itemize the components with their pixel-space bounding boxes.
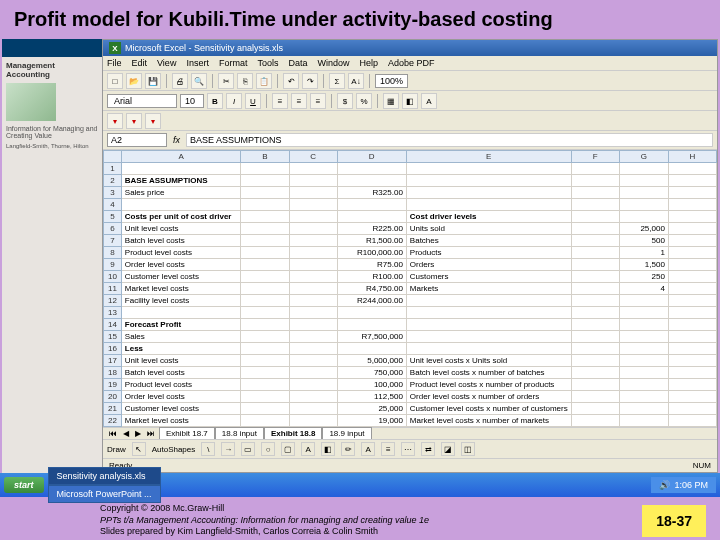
fontsize-dropdown[interactable]: 10: [180, 94, 204, 108]
cell[interactable]: [668, 259, 716, 271]
cell[interactable]: Market level costs: [121, 283, 241, 295]
cell[interactable]: [289, 403, 337, 415]
row-header[interactable]: 18: [104, 367, 122, 379]
cell[interactable]: [668, 175, 716, 187]
select-arrow-icon[interactable]: ↖: [132, 442, 146, 456]
cell[interactable]: [289, 247, 337, 259]
cell[interactable]: [406, 295, 571, 307]
row-header[interactable]: 12: [104, 295, 122, 307]
textbox-icon[interactable]: ▢: [281, 442, 295, 456]
cell[interactable]: [289, 355, 337, 367]
cell[interactable]: 750,000: [337, 367, 406, 379]
cell[interactable]: [289, 319, 337, 331]
borders-icon[interactable]: ▦: [383, 93, 399, 109]
cell[interactable]: Customer level costs: [121, 271, 241, 283]
cell[interactable]: [289, 283, 337, 295]
cell[interactable]: [289, 415, 337, 427]
menu-format[interactable]: Format: [219, 58, 248, 68]
rect-icon[interactable]: ▭: [241, 442, 255, 456]
cell[interactable]: [406, 199, 571, 211]
cell[interactable]: [406, 307, 571, 319]
cell[interactable]: Orders: [406, 259, 571, 271]
cell[interactable]: [241, 271, 289, 283]
row-header[interactable]: 4: [104, 199, 122, 211]
row-header[interactable]: 13: [104, 307, 122, 319]
cell[interactable]: [406, 163, 571, 175]
cell[interactable]: [668, 199, 716, 211]
cell[interactable]: [289, 235, 337, 247]
cell[interactable]: R7,500,000: [337, 331, 406, 343]
cell[interactable]: [619, 367, 668, 379]
menu-edit[interactable]: Edit: [132, 58, 148, 68]
italic-icon[interactable]: I: [226, 93, 242, 109]
draw-menu[interactable]: Draw: [107, 445, 126, 454]
cell[interactable]: [668, 415, 716, 427]
wordart-icon[interactable]: A: [301, 442, 315, 456]
preview-icon[interactable]: 🔍: [191, 73, 207, 89]
cell[interactable]: [289, 163, 337, 175]
cell[interactable]: [571, 295, 619, 307]
align-center-icon[interactable]: ≡: [291, 93, 307, 109]
cell[interactable]: [668, 211, 716, 223]
cell[interactable]: [619, 355, 668, 367]
cell[interactable]: [668, 163, 716, 175]
taskbar-item[interactable]: Sensitivity analysis.xls: [48, 467, 161, 485]
col-header[interactable]: H: [668, 151, 716, 163]
arrowstyle-icon[interactable]: ⇄: [421, 442, 435, 456]
cell[interactable]: Order level costs: [121, 259, 241, 271]
cell[interactable]: [619, 187, 668, 199]
cell[interactable]: 4: [619, 283, 668, 295]
cell[interactable]: Product level costs x number of products: [406, 379, 571, 391]
cell[interactable]: [619, 331, 668, 343]
menu-data[interactable]: Data: [288, 58, 307, 68]
autoshapes-menu[interactable]: AutoShapes: [152, 445, 196, 454]
cell[interactable]: Market level costs x number of markets: [406, 415, 571, 427]
cell[interactable]: [619, 343, 668, 355]
row-header[interactable]: 14: [104, 319, 122, 331]
cell[interactable]: [668, 283, 716, 295]
cell[interactable]: [668, 343, 716, 355]
cell[interactable]: [337, 175, 406, 187]
cell[interactable]: R325.00: [337, 187, 406, 199]
cell[interactable]: Markets: [406, 283, 571, 295]
cell[interactable]: BASE ASSUMPTIONS: [121, 175, 241, 187]
cell[interactable]: [241, 259, 289, 271]
cell[interactable]: Product level costs: [121, 379, 241, 391]
save-icon[interactable]: 💾: [145, 73, 161, 89]
cell[interactable]: [121, 199, 241, 211]
cell[interactable]: [406, 343, 571, 355]
cell[interactable]: [337, 343, 406, 355]
cell[interactable]: 500: [619, 235, 668, 247]
cell[interactable]: 19,000: [337, 415, 406, 427]
cell[interactable]: [619, 295, 668, 307]
row-header[interactable]: 5: [104, 211, 122, 223]
cell[interactable]: Facility level costs: [121, 295, 241, 307]
cell[interactable]: Sales price: [121, 187, 241, 199]
pdf-attach-icon[interactable]: ▾: [126, 113, 142, 129]
cell[interactable]: [289, 343, 337, 355]
cell[interactable]: [668, 391, 716, 403]
cell[interactable]: Forecast Profit: [121, 319, 241, 331]
cell[interactable]: [337, 211, 406, 223]
cell[interactable]: [571, 391, 619, 403]
cell[interactable]: 1,500: [619, 259, 668, 271]
font-dropdown[interactable]: Arial: [107, 94, 177, 108]
col-header[interactable]: F: [571, 151, 619, 163]
row-header[interactable]: 9: [104, 259, 122, 271]
fill-icon[interactable]: ◧: [321, 442, 335, 456]
row-header[interactable]: 10: [104, 271, 122, 283]
cell[interactable]: [571, 319, 619, 331]
cell[interactable]: [241, 391, 289, 403]
cell[interactable]: [289, 223, 337, 235]
system-tray[interactable]: 🔊 1:06 PM: [651, 477, 716, 493]
cell[interactable]: [241, 295, 289, 307]
name-box[interactable]: A2: [107, 133, 167, 147]
cell[interactable]: [337, 319, 406, 331]
underline-icon[interactable]: U: [245, 93, 261, 109]
tab-prev-icon[interactable]: ◀: [121, 429, 131, 438]
cell[interactable]: [241, 199, 289, 211]
cell[interactable]: Unit level costs: [121, 355, 241, 367]
row-header[interactable]: 19: [104, 379, 122, 391]
cell[interactable]: [241, 223, 289, 235]
cell[interactable]: [241, 283, 289, 295]
